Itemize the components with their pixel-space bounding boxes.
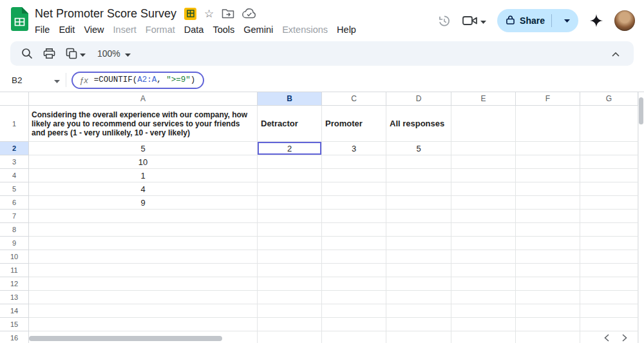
- cell-B2[interactable]: 2: [258, 142, 322, 155]
- cell-F1[interactable]: [516, 106, 580, 142]
- cell-D5[interactable]: [386, 182, 451, 196]
- cell-A7[interactable]: [29, 210, 258, 223]
- cell-B3[interactable]: [258, 155, 322, 169]
- cell-G11[interactable]: [580, 264, 638, 277]
- formula-input[interactable]: ƒx =COUNTIF(A2:A, ">=9"): [71, 72, 204, 89]
- cell-E6[interactable]: [451, 196, 516, 210]
- row-header-13[interactable]: 13: [0, 291, 29, 304]
- cell-F4[interactable]: [516, 169, 580, 182]
- cell-B16[interactable]: [258, 331, 322, 343]
- cell-F14[interactable]: [516, 304, 580, 318]
- row-header-1[interactable]: 1: [0, 106, 29, 142]
- cell-A4[interactable]: 1: [29, 169, 258, 182]
- cell-B1[interactable]: Detractor: [258, 106, 322, 142]
- row-header-7[interactable]: 7: [0, 210, 29, 223]
- row-header-10[interactable]: 10: [0, 250, 29, 264]
- menu-gemini[interactable]: Gemini: [239, 23, 278, 36]
- cell-F13[interactable]: [516, 291, 580, 304]
- cell-F9[interactable]: [516, 237, 580, 250]
- menu-view[interactable]: View: [79, 23, 108, 36]
- cell-E16[interactable]: [451, 331, 516, 343]
- menu-extensions[interactable]: Extensions: [278, 23, 332, 36]
- cell-C3[interactable]: [322, 155, 386, 169]
- share-button[interactable]: Share: [497, 9, 578, 32]
- cell-F7[interactable]: [516, 210, 580, 223]
- cell-D10[interactable]: [386, 250, 451, 264]
- move-folder-icon[interactable]: [222, 8, 234, 19]
- print-icon[interactable]: [39, 44, 60, 63]
- cell-A14[interactable]: [29, 304, 258, 318]
- column-header-F[interactable]: F: [516, 92, 580, 106]
- cell-G12[interactable]: [580, 277, 638, 291]
- cell-B11[interactable]: [258, 264, 322, 277]
- scroll-right-icon[interactable]: [622, 334, 627, 342]
- cell-F3[interactable]: [516, 155, 580, 169]
- cell-D15[interactable]: [386, 318, 451, 331]
- cell-G6[interactable]: [580, 196, 638, 210]
- cell-C9[interactable]: [322, 237, 386, 250]
- cell-F15[interactable]: [516, 318, 580, 331]
- search-icon[interactable]: [17, 44, 37, 63]
- cell-B9[interactable]: [258, 237, 322, 250]
- cell-D4[interactable]: [386, 169, 451, 182]
- cell-A11[interactable]: [29, 264, 258, 277]
- cell-B5[interactable]: [258, 182, 322, 196]
- star-icon[interactable]: ☆: [204, 8, 214, 19]
- user-avatar[interactable]: [614, 10, 635, 31]
- cell-E4[interactable]: [451, 169, 516, 182]
- menu-format[interactable]: Format: [141, 23, 180, 36]
- cell-A8[interactable]: [29, 223, 258, 237]
- cell-B15[interactable]: [258, 318, 322, 331]
- gemini-sparkle-icon[interactable]: [589, 14, 603, 28]
- cell-D14[interactable]: [386, 304, 451, 318]
- cell-E13[interactable]: [451, 291, 516, 304]
- share-dropdown[interactable]: [557, 19, 577, 23]
- row-header-14[interactable]: 14: [0, 304, 29, 318]
- row-header-3[interactable]: 3: [0, 155, 29, 169]
- cell-G10[interactable]: [580, 250, 638, 264]
- cell-C2[interactable]: 3: [322, 142, 386, 155]
- cell-F8[interactable]: [516, 223, 580, 237]
- row-header-11[interactable]: 11: [0, 264, 29, 277]
- paint-format-icon[interactable]: [61, 44, 90, 63]
- select-all-corner[interactable]: [0, 92, 29, 106]
- meet-video-icon[interactable]: [462, 15, 486, 26]
- cell-B8[interactable]: [258, 223, 322, 237]
- cell-D8[interactable]: [386, 223, 451, 237]
- column-header-B[interactable]: B: [258, 92, 322, 106]
- row-header-15[interactable]: 15: [0, 318, 29, 331]
- cell-C5[interactable]: [322, 182, 386, 196]
- cell-D3[interactable]: [386, 155, 451, 169]
- cell-G5[interactable]: [580, 182, 638, 196]
- formula-text[interactable]: =COUNTIF(A2:A, ">=9"): [94, 75, 196, 84]
- cell-A5[interactable]: 4: [29, 182, 258, 196]
- column-header-A[interactable]: A: [29, 92, 258, 106]
- cell-E12[interactable]: [451, 277, 516, 291]
- cell-C8[interactable]: [322, 223, 386, 237]
- cell-D9[interactable]: [386, 237, 451, 250]
- cell-A12[interactable]: [29, 277, 258, 291]
- cell-F12[interactable]: [516, 277, 580, 291]
- column-header-G[interactable]: G: [580, 92, 638, 106]
- cell-G13[interactable]: [580, 291, 638, 304]
- column-header-D[interactable]: D: [386, 92, 451, 106]
- vertical-scrollbar-thumb[interactable]: [639, 97, 643, 124]
- cell-C1[interactable]: Promoter: [322, 106, 386, 142]
- cell-C12[interactable]: [322, 277, 386, 291]
- cell-D16[interactable]: [386, 331, 451, 343]
- cell-B7[interactable]: [258, 210, 322, 223]
- cell-D7[interactable]: [386, 210, 451, 223]
- horizontal-scrollbar-thumb[interactable]: [29, 336, 222, 341]
- cell-G4[interactable]: [580, 169, 638, 182]
- cell-D2[interactable]: 5: [386, 142, 451, 155]
- cell-E11[interactable]: [451, 264, 516, 277]
- row-header-5[interactable]: 5: [0, 182, 29, 196]
- row-header-8[interactable]: 8: [0, 223, 29, 237]
- cell-D11[interactable]: [386, 264, 451, 277]
- cell-B10[interactable]: [258, 250, 322, 264]
- cell-A3[interactable]: 10: [29, 155, 258, 169]
- cell-C10[interactable]: [322, 250, 386, 264]
- cell-E2[interactable]: [451, 142, 516, 155]
- cell-F6[interactable]: [516, 196, 580, 210]
- cell-G3[interactable]: [580, 155, 638, 169]
